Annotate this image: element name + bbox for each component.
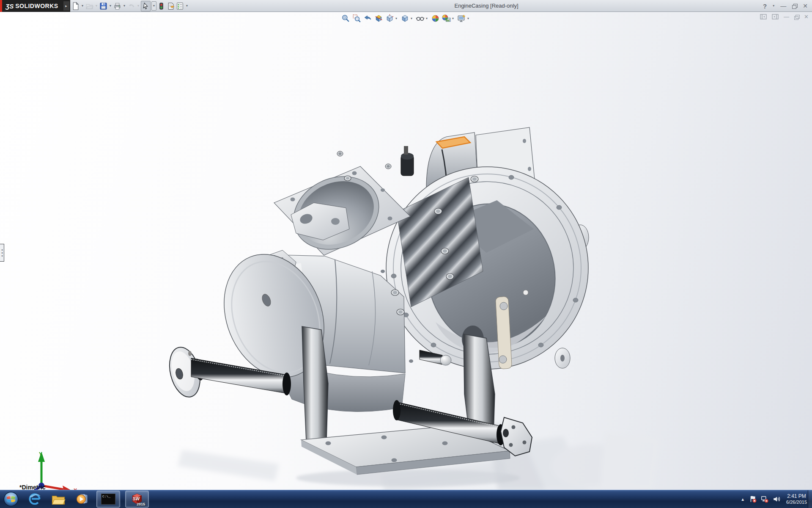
show-hidden-icons-button[interactable]: ▲ [741,497,745,502]
solidworks-cube-icon: SW 2015 [130,492,144,506]
restore-button[interactable] [792,4,797,8]
file-properties-icon [167,2,175,10]
hide-show-items-button[interactable]: ▾ [415,14,429,23]
ds-logo-mark: ƷS [2,3,15,10]
traffic-light-icon [157,2,165,10]
print-button[interactable] [113,1,122,11]
select-dropdown: ▾ [152,4,156,8]
system-tray: ▲ 2:41 PM 6/26/2015 [741,490,807,508]
hide-show-items-dropdown[interactable]: ▾ [425,17,429,20]
options-dropdown[interactable]: ▾ [185,4,189,8]
show-left-pane-button[interactable] [760,14,767,19]
zoom-to-fit-button[interactable] [341,14,351,23]
minimize-button[interactable]: — [780,3,786,9]
help-button[interactable]: ? [763,3,767,9]
doc-minimize-button[interactable]: — [784,14,789,19]
new-document-button[interactable] [71,1,80,11]
window-controls: ? ▾ — ✕ [763,0,808,12]
file-properties-button[interactable] [166,1,175,11]
view-settings-button[interactable]: ▾ [457,14,471,23]
document-title: EngineCasing [Read-only] [454,3,518,9]
apply-scene-button[interactable]: ▾ [442,14,455,23]
triad-y-label: Y [39,451,42,457]
open-button[interactable] [85,1,94,11]
clock-time: 2:41 PM [786,493,807,500]
apply-scene-dropdown[interactable]: ▾ [451,17,455,20]
print-dropdown[interactable]: ▾ [122,4,126,8]
help-dropdown[interactable]: ▾ [773,4,774,8]
view-orientation-button[interactable]: ▾ [385,14,399,23]
headsup-view-toolbar: ▾ ▾ ▾ [341,14,471,23]
start-button[interactable] [2,491,20,508]
sw-year-badge: 2015 [137,502,145,506]
select-dropdown-box[interactable]: ▾ [151,1,156,11]
standard-toolbar: ▾ ▾ ▾ ▾ [71,0,189,11]
volume-icon[interactable] [773,495,780,503]
command-prompt-icon: C:\_ [101,494,115,505]
undo-icon [127,2,135,10]
command-prompt-button[interactable]: C:\_ [96,491,120,508]
undo-dropdown[interactable]: ▾ [136,4,140,8]
open-dropdown[interactable]: ▾ [94,4,99,8]
tab-arrow-icon: ◂ [1,251,3,254]
save-button[interactable] [99,1,108,11]
previous-view-button[interactable] [363,14,373,23]
select-tool-button[interactable] [141,1,151,11]
doc-restore-button[interactable] [794,15,799,19]
view-settings-dropdown[interactable]: ▾ [466,17,470,20]
solidworks-2015-button[interactable]: SW 2015 [125,491,149,508]
graphics-viewport[interactable]: ▾ ▾ ▾ [0,12,812,490]
feature-panel-flyout-tab[interactable]: ◂ ◂ ◂ [0,244,4,262]
windows-explorer-button[interactable] [49,491,68,508]
print-icon [113,2,121,10]
options-button[interactable] [176,1,184,11]
previous-view-icon [363,14,372,23]
taskbar-clock[interactable]: 2:41 PM 6/26/2015 [785,493,807,505]
new-dropdown[interactable]: ▾ [80,4,85,8]
titlebar: ƷS SOLIDWORKS ▸ ▾ ▾ ▾ [0,0,812,12]
display-style-button[interactable]: ▾ [400,14,414,23]
save-dropdown[interactable]: ▾ [108,4,112,8]
display-style-icon [401,14,409,23]
section-view-icon [374,14,383,23]
section-view-button[interactable] [374,14,384,23]
media-player-button[interactable] [73,491,91,508]
network-disconnected-icon[interactable] [761,495,768,503]
clock-date: 6/26/2015 [786,500,807,505]
undo-button[interactable] [127,1,136,11]
show-desktop-button[interactable] [808,490,812,508]
cmd-prompt-text: C:\_ [102,494,110,498]
engine-casing-model[interactable] [0,12,812,490]
new-document-icon [71,2,80,10]
show-right-pane-button[interactable] [772,14,779,19]
zoom-to-fit-icon [341,14,350,23]
tab-arrow-icon: ◂ [1,254,3,257]
tab-arrow-icon: ◂ [1,248,3,251]
options-checklist-icon [176,2,184,10]
doc-close-button[interactable]: ✕ [804,14,809,19]
display-style-dropdown[interactable]: ▾ [409,17,414,20]
view-orientation-dropdown[interactable]: ▾ [394,17,398,20]
sw-letters: SW [133,497,140,501]
open-folder-icon [85,2,93,10]
save-floppy-icon [99,2,107,10]
solidworks-logo: ƷS SOLIDWORKS ▸ [0,0,70,12]
action-center-flag-icon[interactable] [749,495,757,503]
zoom-to-area-icon [352,14,361,23]
appearance-ball-icon [431,14,440,23]
menu-flyout-arrow[interactable]: ▸ [63,1,69,11]
windows-start-orb-icon [3,491,19,507]
folder-icon [51,493,66,505]
logo-wordmark: SOLIDWORKS [15,3,62,9]
view-orientation-icon [385,14,394,23]
view-settings-icon [457,14,466,23]
rebuild-button[interactable] [157,1,166,11]
edit-appearance-button[interactable] [431,14,440,23]
close-button[interactable]: ✕ [803,3,808,9]
apply-scene-icon [442,14,451,23]
document-window-controls: — ✕ [760,14,809,19]
media-player-icon [75,492,89,506]
eyeglasses-icon [416,14,425,23]
zoom-to-area-button[interactable] [352,14,362,23]
internet-explorer-button[interactable] [25,491,44,508]
